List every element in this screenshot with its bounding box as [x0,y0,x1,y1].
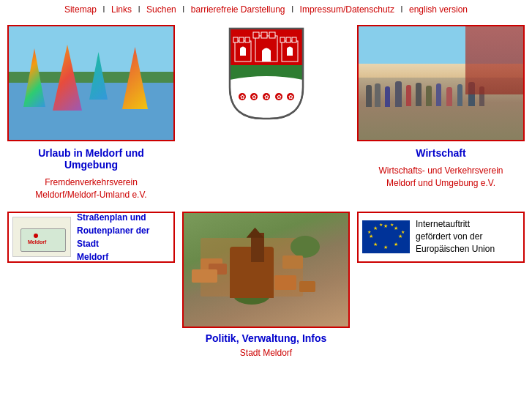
svg-text:★: ★ [401,230,405,234]
svg-text:★: ★ [394,225,398,231]
sep2: I [138,4,140,15]
center-bottom-desc: Stadt Meldorf [185,347,347,359]
eu-description: Internetauftrittgefördert von derEuropäi… [416,218,495,255]
left-section-title[interactable]: Urlaub in Meldorf und Umgebung [10,147,172,171]
svg-text:★: ★ [383,223,388,228]
svg-text:★: ★ [373,225,378,231]
aerial-image-box[interactable] [182,212,350,328]
windsurfing-photo [9,26,173,140]
nav-impressum[interactable]: Impressum/Datenschutz [300,4,394,15]
bottom-row: Meldorf Straßenplan undRoutenplaner der … [7,212,525,362]
svg-rect-7 [245,37,250,42]
svg-rect-6 [239,37,244,42]
right-section-title[interactable]: Wirtschaft [360,147,522,159]
main-content: Urlaub in Meldorf und Umgebung Fremdenve… [0,19,532,368]
svg-text:✿: ✿ [239,94,244,100]
map-image: Meldorf [12,217,71,257]
nav-barrierefrei[interactable]: barrierefreie Darstellung [191,4,285,15]
svg-text:✿: ✿ [288,94,293,100]
street-image-box[interactable] [357,25,525,141]
sep5: I [400,4,402,15]
svg-rect-5 [233,37,238,42]
svg-rect-2 [261,32,267,38]
svg-text:★: ★ [390,223,394,227]
eu-flag: ★ ★ ★ ★ ★ ★ ★ ★ ★ ★ ★ ★ [362,220,410,253]
map-dot [34,234,38,238]
bottom-right-section: ★ ★ ★ ★ ★ ★ ★ ★ ★ ★ ★ ★ Internetauftritt [357,212,525,362]
svg-text:✿: ✿ [263,94,269,100]
right-column: Wirtschaft Wirtschafts- und Verkehrsvere… [357,25,525,204]
svg-text:★: ★ [398,234,402,239]
center-column: ✿ ✿ ✿ ✿ ✿ [182,25,350,204]
top-navigation: Sitemap I Links I Suchen I barrierefreie… [0,0,532,19]
center-bottom-title[interactable]: Politik, Verwaltung, Infos [182,332,350,344]
coat-of-arms-box[interactable]: ✿ ✿ ✿ ✿ ✿ [226,25,307,122]
sail3 [89,52,108,100]
bottom-left-section: Meldorf Straßenplan undRoutenplaner der … [7,212,175,362]
nav-links[interactable]: Links [111,4,132,15]
street-photo [359,26,523,140]
svg-text:★: ★ [383,245,388,250]
sep3: I [182,4,184,15]
svg-rect-3 [269,32,275,38]
nav-english[interactable]: english version [409,4,468,15]
bottom-center-section: Politik, Verwaltung, Infos Stadt Meldorf [182,212,350,362]
map-city-label: Meldorf [28,239,46,245]
svg-text:★: ★ [394,242,398,247]
map-text: Straßenplan undRoutenplaner der StadtMel… [77,211,170,264]
left-section-desc: FremdenverkehrsvereinMeldorf/Meldorf-Uml… [10,176,172,201]
aerial-photo [184,213,348,327]
nav-suchen[interactable]: Suchen [146,4,176,15]
sep1: I [102,4,105,15]
svg-text:★: ★ [367,230,371,234]
svg-text:✿: ✿ [276,94,281,100]
svg-rect-10 [286,37,291,42]
coat-of-arms-svg: ✿ ✿ ✿ ✿ ✿ [226,25,307,120]
windsurfing-image-box[interactable] [7,25,175,141]
svg-rect-9 [280,37,285,42]
map-box[interactable]: Meldorf Straßenplan undRoutenplaner der … [7,212,175,263]
svg-text:✿: ✿ [251,94,256,100]
svg-rect-1 [253,32,259,38]
sail4 [122,47,148,109]
svg-text:★: ★ [379,223,383,227]
sep4: I [291,4,293,15]
right-section-desc: Wirtschafts- und VerkehrsvereinMeldorf u… [360,165,522,190]
eu-box[interactable]: ★ ★ ★ ★ ★ ★ ★ ★ ★ ★ ★ ★ Internetauftritt [357,212,525,263]
left-column: Urlaub in Meldorf und Umgebung Fremdenve… [7,25,175,204]
svg-rect-11 [292,37,296,42]
nav-sitemap[interactable]: Sitemap [64,4,97,15]
top-row: Urlaub in Meldorf und Umgebung Fremdenve… [7,25,525,204]
svg-text:★: ★ [369,234,373,239]
eu-flag-svg: ★ ★ ★ ★ ★ ★ ★ ★ ★ ★ ★ ★ [362,220,410,253]
svg-text:★: ★ [373,242,378,247]
